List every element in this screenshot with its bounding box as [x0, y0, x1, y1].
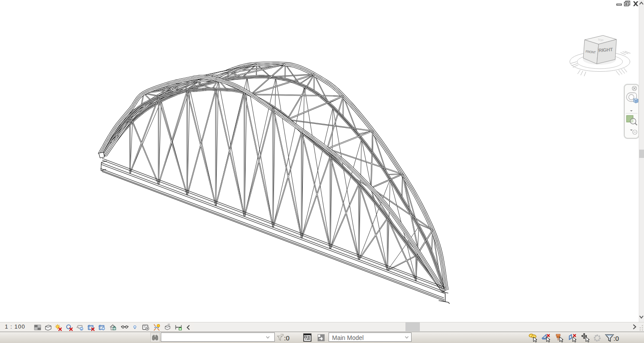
svg-text::0: :0 [284, 334, 290, 342]
svg-text:RIGHT: RIGHT [598, 47, 613, 53]
